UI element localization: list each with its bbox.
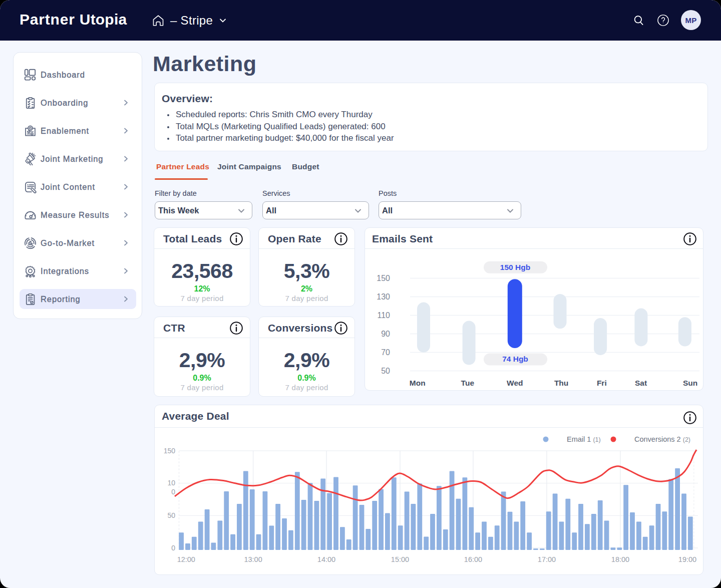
svg-text:Wed: Wed (507, 379, 523, 387)
svg-text:12:00: 12:00 (177, 555, 195, 563)
svg-text:10: 10 (167, 479, 175, 487)
svg-text:0: 0 (171, 488, 175, 496)
svg-text:Fri: Fri (597, 379, 607, 387)
svg-text:150: 150 (164, 447, 176, 455)
svg-text:50: 50 (381, 367, 390, 375)
svg-text:Thu: Thu (554, 379, 568, 387)
svg-text:150 Hgb: 150 Hgb (500, 263, 530, 271)
svg-text:Conversions 2 (2): Conversions 2 (2) (634, 435, 690, 443)
svg-text:18:00: 18:00 (611, 555, 629, 563)
svg-text:Mon: Mon (410, 379, 426, 387)
svg-text:13:00: 13:00 (244, 555, 262, 563)
svg-text:Email 1 (1): Email 1 (1) (567, 435, 601, 443)
svg-text:0: 0 (171, 544, 175, 552)
svg-text:130: 130 (377, 292, 390, 301)
svg-text:150: 150 (377, 274, 390, 282)
svg-text:74 Hgb: 74 Hgb (502, 355, 528, 363)
svg-text:17:00: 17:00 (538, 555, 556, 563)
svg-text:70: 70 (381, 348, 390, 357)
svg-text:19:00: 19:00 (678, 555, 696, 563)
svg-text:Sun: Sun (683, 379, 697, 387)
svg-text:Tue: Tue (461, 379, 475, 387)
svg-text:14:00: 14:00 (317, 555, 335, 563)
svg-text:15:00: 15:00 (391, 555, 409, 563)
svg-text:90: 90 (381, 330, 390, 338)
svg-text:16:00: 16:00 (464, 555, 482, 563)
svg-text:110: 110 (377, 311, 390, 320)
svg-text:50: 50 (167, 511, 175, 519)
svg-text:Sat: Sat (635, 379, 647, 387)
